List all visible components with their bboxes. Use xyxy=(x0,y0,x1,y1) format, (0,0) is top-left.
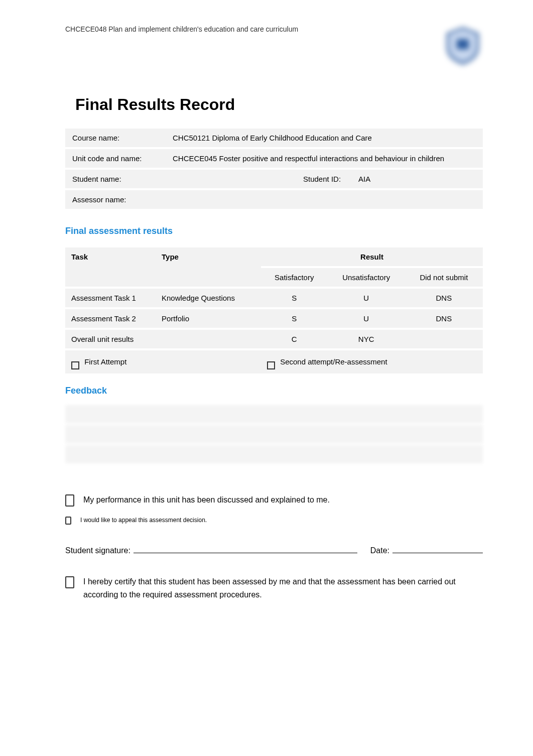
th-type: Type xyxy=(156,247,261,287)
unsat-cell[interactable]: NYC xyxy=(328,330,405,348)
attempt-row: First Attempt Second attempt/Re-assessme… xyxy=(65,350,483,373)
dns-cell[interactable] xyxy=(405,330,483,348)
th-unsat: Unsatisfactory xyxy=(328,268,405,287)
table-row: Overall unit results C NYC xyxy=(65,330,483,348)
dns-cell[interactable]: DNS xyxy=(405,289,483,307)
results-heading: Final assessment results xyxy=(65,226,483,236)
performance-checkbox[interactable] xyxy=(65,494,74,507)
student-name-label: Student name: xyxy=(65,170,166,188)
student-signature-label: Student signature: xyxy=(65,546,130,555)
unit-value: CHCECE045 Foster positive and respectful… xyxy=(166,149,483,168)
type-cell xyxy=(156,330,261,348)
performance-text: My performance in this unit has been dis… xyxy=(83,493,330,507)
task-cell: Assessment Task 1 xyxy=(65,289,156,307)
student-signature-row: Student signature: Date: xyxy=(65,545,483,555)
table-row: Assessment Task 2 Portfolio S U DNS xyxy=(65,309,483,328)
performance-declaration: My performance in this unit has been dis… xyxy=(65,493,483,507)
th-sat: Satisfactory xyxy=(261,268,328,287)
certify-text: I hereby certify that this student has b… xyxy=(83,575,483,601)
task-cell: Overall unit results xyxy=(65,330,156,348)
first-attempt-checkbox[interactable] xyxy=(71,361,79,369)
first-attempt-label: First Attempt xyxy=(84,357,126,366)
info-table: Course name: CHC50121 Diploma of Early C… xyxy=(65,127,483,211)
institution-logo xyxy=(443,25,483,65)
sat-cell[interactable]: S xyxy=(261,309,328,328)
table-row: Assessment Task 1 Knowledge Questions S … xyxy=(65,289,483,307)
second-attempt-checkbox[interactable] xyxy=(267,361,275,369)
certify-checkbox[interactable] xyxy=(65,576,74,588)
appeal-declaration: I would like to appeal this assessment d… xyxy=(65,516,483,525)
date-label: Date: xyxy=(370,546,389,555)
student-name-value[interactable] xyxy=(166,170,296,188)
unsat-cell[interactable]: U xyxy=(328,309,405,328)
dns-cell[interactable]: DNS xyxy=(405,309,483,328)
task-cell: Assessment Task 2 xyxy=(65,309,156,328)
appeal-checkbox[interactable] xyxy=(65,517,71,525)
student-id-label: Student ID: xyxy=(296,170,351,188)
page-title: Final Results Record xyxy=(75,95,483,114)
student-id-value: AIA xyxy=(351,170,483,188)
th-task: Task xyxy=(65,247,156,287)
assessor-value[interactable] xyxy=(166,190,483,209)
assessor-label: Assessor name: xyxy=(65,190,166,209)
results-table: Task Type Result Satisfactory Unsatisfac… xyxy=(65,245,483,375)
type-cell: Knowledge Questions xyxy=(156,289,261,307)
unit-label: Unit code and name: xyxy=(65,149,166,168)
second-attempt-label: Second attempt/Re-assessment xyxy=(280,357,387,366)
course-label: Course name: xyxy=(65,129,166,147)
header-unit-ref: CHCECE048 Plan and implement children's … xyxy=(65,25,298,33)
sat-cell[interactable]: C xyxy=(261,330,328,348)
type-cell: Portfolio xyxy=(156,309,261,328)
svg-rect-0 xyxy=(457,39,469,49)
th-dns: Did not submit xyxy=(405,268,483,287)
sat-cell[interactable]: S xyxy=(261,289,328,307)
feedback-area[interactable] xyxy=(65,405,483,463)
feedback-heading: Feedback xyxy=(65,386,483,396)
th-result: Result xyxy=(261,247,483,266)
student-signature-line[interactable] xyxy=(134,545,357,553)
date-line[interactable] xyxy=(392,545,483,553)
unsat-cell[interactable]: U xyxy=(328,289,405,307)
course-value: CHC50121 Diploma of Early Childhood Educ… xyxy=(166,129,483,147)
appeal-text: I would like to appeal this assessment d… xyxy=(80,516,207,525)
certify-declaration: I hereby certify that this student has b… xyxy=(65,575,483,601)
